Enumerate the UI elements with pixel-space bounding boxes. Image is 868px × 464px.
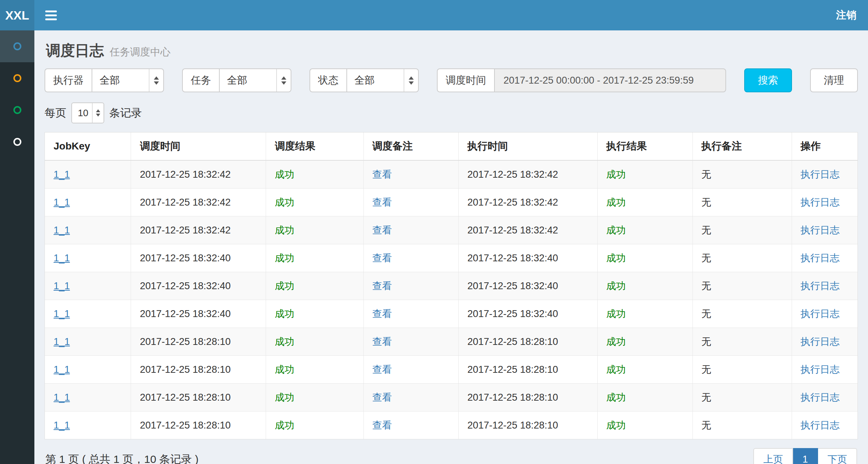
jobkey-link[interactable]: 1_1 xyxy=(54,308,70,319)
jobkey-link[interactable]: 1_1 xyxy=(54,364,70,375)
handle-msg-cell: 无 xyxy=(692,216,792,244)
handle-result: 成功 xyxy=(606,364,626,375)
action-log-link-cell: 执行日志 xyxy=(792,216,858,244)
jobkey-link[interactable]: 1_1 xyxy=(54,420,70,431)
prev-page-button[interactable]: 上页 xyxy=(753,448,793,464)
next-page-button[interactable]: 下页 xyxy=(818,448,857,464)
action-log-link[interactable]: 执行日志 xyxy=(801,392,840,403)
trigger-time-cell: 2017-12-25 18:32:42 xyxy=(131,189,266,216)
action-log-link[interactable]: 执行日志 xyxy=(801,280,840,291)
trigger-time: 2017-12-25 18:32:42 xyxy=(140,197,231,208)
handle-msg: 无 xyxy=(701,392,711,403)
handle-result-cell: 成功 xyxy=(598,189,693,216)
jobkey-link-cell: 1_1 xyxy=(45,189,131,216)
jobkey-link[interactable]: 1_1 xyxy=(54,225,70,236)
jobkey-link[interactable]: 1_1 xyxy=(54,280,70,291)
handle-msg: 无 xyxy=(701,225,711,236)
jobkey-link[interactable]: 1_1 xyxy=(54,169,70,180)
trigger-msg-link[interactable]: 查看 xyxy=(372,225,392,236)
clear-button[interactable]: 清理 xyxy=(810,68,858,92)
page-size-select[interactable]: 10 xyxy=(71,102,104,123)
handle-result: 成功 xyxy=(606,392,626,403)
app-logo[interactable]: XXL xyxy=(0,0,34,30)
action-log-link[interactable]: 执行日志 xyxy=(801,253,840,263)
sidebar-item-4[interactable] xyxy=(0,126,34,158)
trigger-msg-link-cell: 查看 xyxy=(363,189,459,216)
executor-select[interactable]: 全部 xyxy=(92,68,164,92)
handle-time: 2017-12-25 18:28:10 xyxy=(467,364,558,375)
sidebar-item-3[interactable] xyxy=(0,94,34,126)
trigger-result-cell: 成功 xyxy=(266,300,363,328)
handle-msg: 无 xyxy=(701,253,711,263)
trigger-msg-link[interactable]: 查看 xyxy=(372,253,392,263)
trigger-msg-link[interactable]: 查看 xyxy=(372,336,392,347)
sidebar-item-2[interactable] xyxy=(0,62,34,94)
jobkey-link-cell: 1_1 xyxy=(45,272,131,300)
handle-msg-cell: 无 xyxy=(692,272,792,300)
executor-filter-group: 执行器 全部 xyxy=(45,68,164,92)
trigger-msg-link[interactable]: 查看 xyxy=(372,392,392,403)
trigger-msg-link-cell: 查看 xyxy=(363,272,459,300)
trigger-time-cell: 2017-12-25 18:32:40 xyxy=(131,272,266,300)
jobkey-link[interactable]: 1_1 xyxy=(54,336,70,347)
handle-result-cell: 成功 xyxy=(598,244,693,272)
action-log-link[interactable]: 执行日志 xyxy=(801,308,840,319)
action-log-link[interactable]: 执行日志 xyxy=(801,197,840,208)
trigger-result-cell: 成功 xyxy=(266,328,363,356)
filter-bar: 执行器 全部 任务 全部 状态 全部 调度时间 2017-12-25 00:00… xyxy=(45,68,858,92)
page-size-suffix: 条记录 xyxy=(109,106,142,121)
trigger-time: 2017-12-25 18:32:40 xyxy=(140,280,231,291)
jobkey-link-cell: 1_1 xyxy=(45,384,131,412)
trigger-msg-link[interactable]: 查看 xyxy=(372,308,392,319)
handle-time-cell: 2017-12-25 18:32:40 xyxy=(459,272,598,300)
col-header-trigger-result: 调度结果 xyxy=(266,132,363,160)
job-filter-label: 任务 xyxy=(182,68,219,92)
handle-result: 成功 xyxy=(606,197,626,208)
trigger-msg-link-cell: 查看 xyxy=(363,160,459,189)
sidebar-toggle-button[interactable] xyxy=(34,0,68,30)
trigger-time: 2017-12-25 18:28:10 xyxy=(140,336,231,347)
action-log-link[interactable]: 执行日志 xyxy=(801,225,840,236)
handle-time-cell: 2017-12-25 18:32:40 xyxy=(459,300,598,328)
handle-result: 成功 xyxy=(606,280,626,291)
trigger-msg-link[interactable]: 查看 xyxy=(372,364,392,375)
pagination: 上页 1 下页 xyxy=(753,448,857,464)
logout-link[interactable]: 注销 xyxy=(836,8,856,22)
trigger-msg-link[interactable]: 查看 xyxy=(372,169,392,180)
search-button[interactable]: 搜索 xyxy=(744,68,792,92)
jobkey-link[interactable]: 1_1 xyxy=(54,197,70,208)
jobkey-link-cell: 1_1 xyxy=(45,160,131,189)
executor-filter-label: 执行器 xyxy=(45,68,92,92)
trigger-time-range-input[interactable]: 2017-12-25 00:00:00 - 2017-12-25 23:59:5… xyxy=(494,68,726,92)
action-log-link[interactable]: 执行日志 xyxy=(801,364,840,375)
action-log-link-cell: 执行日志 xyxy=(792,160,858,189)
action-log-link-cell: 执行日志 xyxy=(792,244,858,272)
table-row: 1_12017-12-25 18:28:10成功查看2017-12-25 18:… xyxy=(45,384,858,412)
trigger-result-cell: 成功 xyxy=(266,412,363,439)
trigger-msg-link[interactable]: 查看 xyxy=(372,197,392,208)
trigger-msg-link[interactable]: 查看 xyxy=(372,420,392,431)
action-log-link[interactable]: 执行日志 xyxy=(801,420,840,431)
sidebar-item-1[interactable] xyxy=(0,30,34,62)
trigger-msg-link[interactable]: 查看 xyxy=(372,280,392,291)
action-log-link[interactable]: 执行日志 xyxy=(801,336,840,347)
trigger-time: 2017-12-25 18:28:10 xyxy=(140,392,231,403)
status-select[interactable]: 全部 xyxy=(346,68,419,92)
trigger-result-cell: 成功 xyxy=(266,356,363,384)
updown-arrows-icon xyxy=(404,69,418,92)
trigger-time-cell: 2017-12-25 18:28:10 xyxy=(131,384,266,412)
job-select[interactable]: 全部 xyxy=(219,68,291,92)
handle-msg: 无 xyxy=(701,308,711,319)
trigger-result-cell: 成功 xyxy=(266,189,363,216)
handle-msg-cell: 无 xyxy=(692,189,792,216)
page-title: 调度日志 xyxy=(46,41,104,60)
col-header-handle-result: 执行结果 xyxy=(598,132,693,160)
handle-time: 2017-12-25 18:32:42 xyxy=(467,169,558,180)
current-page-button[interactable]: 1 xyxy=(793,448,818,464)
jobkey-link[interactable]: 1_1 xyxy=(54,392,70,403)
handle-time: 2017-12-25 18:32:40 xyxy=(467,280,558,291)
jobkey-link[interactable]: 1_1 xyxy=(54,253,70,263)
handle-time: 2017-12-25 18:32:40 xyxy=(467,253,558,263)
action-log-link[interactable]: 执行日志 xyxy=(801,169,840,180)
trigger-time: 2017-12-25 18:32:42 xyxy=(140,169,231,180)
